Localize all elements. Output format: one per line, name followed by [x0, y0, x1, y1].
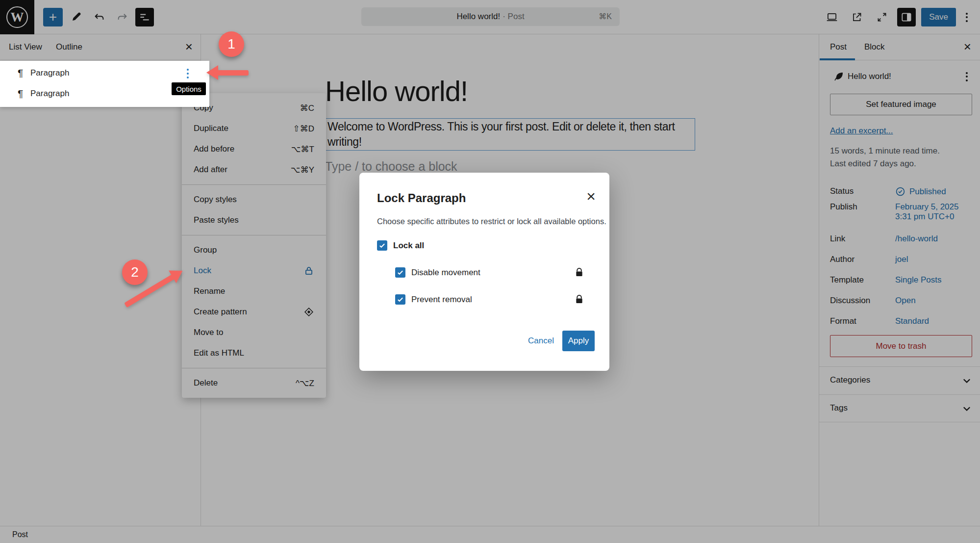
- list-item-paragraph-1[interactable]: ¶ Paragraph: [0, 63, 201, 83]
- modal-description: Choose specific attributes to restrict o…: [377, 217, 606, 226]
- checkbox-checked[interactable]: [377, 240, 387, 251]
- apply-button[interactable]: Apply: [562, 331, 595, 351]
- cancel-button[interactable]: Cancel: [528, 336, 554, 346]
- block-options-kebab-button[interactable]: [182, 66, 193, 81]
- paragraph-icon: ¶: [18, 67, 23, 79]
- list-item-paragraph-2[interactable]: ¶ Paragraph: [0, 83, 201, 104]
- modal-title: Lock Paragraph: [377, 191, 466, 205]
- lock-paragraph-modal: Lock Paragraph × Choose specific attribu…: [359, 173, 609, 371]
- lock-all-checkbox-row[interactable]: Lock all: [377, 240, 424, 251]
- disable-movement-checkbox-row[interactable]: Disable movement: [395, 267, 480, 278]
- annotation-step-1-badge: 1: [219, 31, 244, 57]
- check-icon: [378, 242, 386, 249]
- annotation-step-2-badge: 2: [122, 259, 148, 285]
- lock-icon: [575, 294, 584, 305]
- annotation-arrow-1: [206, 65, 249, 80]
- lock-icon: [575, 267, 584, 278]
- prevent-removal-checkbox-row[interactable]: Prevent removal: [395, 294, 472, 305]
- check-icon: [397, 296, 404, 303]
- close-modal-button[interactable]: ×: [586, 188, 596, 204]
- wordpress-block-editor: W + Hello world! · Post ⌘K: [0, 0, 980, 543]
- options-tooltip: Options: [172, 82, 206, 95]
- checkbox-checked[interactable]: [395, 294, 405, 305]
- checkbox-checked[interactable]: [395, 267, 405, 278]
- paragraph-icon: ¶: [18, 88, 23, 100]
- check-icon: [397, 269, 404, 276]
